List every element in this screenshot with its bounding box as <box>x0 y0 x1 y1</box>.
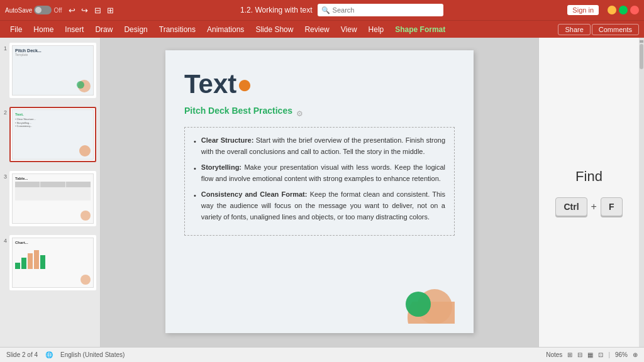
bullet-item-1: • Clear Structure: Start with the brief … <box>194 135 445 157</box>
deco-svg <box>386 277 455 324</box>
menu-view[interactable]: View <box>336 23 362 36</box>
menu-file[interactable]: File <box>5 23 27 36</box>
slide-thumb-3[interactable]: Table... <box>9 171 96 226</box>
title-bar-left: AutoSave Off ↩ ↪ ⊟ ⊞ <box>5 6 116 15</box>
title-bar: AutoSave Off ↩ ↪ ⊟ ⊞ 1.2. Working with t… <box>0 0 644 20</box>
menu-review[interactable]: Review <box>299 23 334 36</box>
autosave-dot <box>35 7 42 13</box>
text-box[interactable]: • Clear Structure: Start with the brief … <box>184 127 455 236</box>
thumb4-circle <box>80 275 91 285</box>
thumb3-circle <box>80 211 91 221</box>
minimize-button[interactable] <box>608 6 616 14</box>
menu-help[interactable]: Help <box>364 23 389 36</box>
doc-title: 1.2. Working with text <box>240 6 313 14</box>
autosave-state: Off <box>53 7 62 14</box>
bullet-dot-2: • <box>194 163 196 184</box>
vertical-scrollbar[interactable] <box>639 38 644 347</box>
maximize-button[interactable] <box>619 6 628 14</box>
thumb4-heading: Chart... <box>15 241 91 244</box>
slide-4-num: 4 <box>4 238 7 244</box>
bullet-dot-1: • <box>194 136 196 157</box>
key-ctrl: Ctrl <box>555 197 587 216</box>
close-button[interactable] <box>630 6 639 14</box>
thumb1-sub: Template <box>15 53 91 57</box>
slide-thumb-2-row: 2 Text. • Clear Structure...• Storytelli… <box>4 107 96 167</box>
svg-point-3 <box>406 292 431 317</box>
zoom-icon[interactable]: ⊕ <box>633 351 638 358</box>
thumb1-title: Pitch Deck... <box>15 48 91 53</box>
view-normal-icon[interactable]: ⊞ <box>567 351 572 358</box>
thumb3-heading: Table... <box>15 177 91 180</box>
find-title: Find <box>575 168 602 185</box>
autosave-toggle[interactable] <box>34 6 52 14</box>
menu-draw[interactable]: Draw <box>90 23 118 36</box>
share-button[interactable]: Share <box>558 24 590 35</box>
thumb2-circle <box>79 145 91 156</box>
bullet-2-bold: Storytelling: <box>201 163 242 171</box>
slide-2-num: 2 <box>4 109 7 116</box>
title-bar-center: 1.2. Working with text 🔍 <box>116 4 567 16</box>
menu-shapeformat[interactable]: Shape Format <box>390 23 450 36</box>
bullet-text-1: Clear Structure: Start with the brief ov… <box>201 135 445 157</box>
canvas-area: Text● Pitch Deck Best Practices ⚙ • Clea… <box>101 38 538 347</box>
main-area: 1 Pitch Deck... Template 2 Text. • Clear… <box>0 38 644 347</box>
view-grid-icon[interactable]: ⊟ <box>577 351 582 358</box>
thumb3-table <box>15 182 91 200</box>
search-input[interactable] <box>333 6 440 14</box>
window-controls <box>608 6 639 14</box>
slide-title-area: Text● <box>184 69 455 99</box>
bullet-dot-3: • <box>194 190 196 222</box>
section-heading-area: Pitch Deck Best Practices ⚙ <box>184 106 455 122</box>
status-right: Notes ⊞ ⊟ ▦ ⊡ | 96% ⊕ <box>546 351 638 358</box>
shortcut-row: Ctrl + F <box>555 197 622 216</box>
slide-title-dot: ● <box>236 69 252 99</box>
menu-design[interactable]: Design <box>119 23 152 36</box>
notes-button[interactable]: Notes <box>546 351 562 358</box>
decorative-circles <box>386 277 448 321</box>
slide-canvas[interactable]: Text● Pitch Deck Best Practices ⚙ • Clea… <box>165 50 474 333</box>
zoom-level: 96% <box>615 351 628 358</box>
view-presenter-icon[interactable]: ⊡ <box>598 351 603 358</box>
slide-thumb-1-row: 1 Pitch Deck... Template <box>4 43 96 103</box>
thumb2-content: • Clear Structure...• Storytelling...• C… <box>15 118 91 128</box>
section-heading: Pitch Deck Best Practices <box>184 106 292 116</box>
toolbar-icons: ↩ ↪ ⊟ ⊞ <box>69 6 116 15</box>
comments-button[interactable]: Comments <box>592 24 639 35</box>
title-bar-right: Sign in <box>567 5 639 15</box>
bullet-text-3: Consistency and Clean Format: Keep the f… <box>201 189 445 222</box>
slide-1-num: 1 <box>4 45 7 52</box>
slide-panel: 1 Pitch Deck... Template 2 Text. • Clear… <box>0 38 101 347</box>
scroll-thumb[interactable] <box>640 44 643 69</box>
menu-bar: File Home Insert Draw Design Transitions… <box>0 20 644 38</box>
bullet-item-3: • Consistency and Clean Format: Keep the… <box>194 189 445 222</box>
menu-insert[interactable]: Insert <box>60 23 89 36</box>
slide-info: Slide 2 of 4 <box>6 351 38 358</box>
status-bar: Slide 2 of 4 🌐 English (United States) N… <box>0 347 644 362</box>
autosave-label: AutoSave <box>5 7 32 14</box>
slide-thumb-2[interactable]: Text. • Clear Structure...• Storytelling… <box>9 107 96 162</box>
slide-thumb-1[interactable]: Pitch Deck... Template <box>9 43 96 98</box>
menu-slideshow[interactable]: Slide Show <box>250 23 298 36</box>
scroll-up-arrow[interactable] <box>640 40 643 43</box>
bullet-1-bold: Clear Structure: <box>201 136 253 144</box>
slide-main-title: Text <box>184 69 236 99</box>
search-bar[interactable]: 🔍 <box>318 4 443 16</box>
separator: | <box>608 351 610 358</box>
slide-thumb-4-row: 4 Chart... <box>4 235 96 295</box>
bullet-item-2: • Storytelling: Make your presentation v… <box>194 162 445 184</box>
thumb1-circle-green <box>77 81 84 89</box>
plus-sign: + <box>591 201 597 212</box>
find-panel: Find Ctrl + F <box>538 38 639 347</box>
bullet-text-2: Storytelling: Make your presentation vis… <box>201 162 445 184</box>
view-reading-icon[interactable]: ▦ <box>587 351 593 358</box>
language-label: English (United States) <box>60 351 125 358</box>
bullet-3-bold: Consistency and Clean Format: <box>201 190 308 198</box>
thumb2-heading: Text. <box>15 112 91 116</box>
slide-thumb-4[interactable]: Chart... <box>9 235 96 290</box>
menu-animations[interactable]: Animations <box>202 23 249 36</box>
menu-transitions[interactable]: Transitions <box>154 23 201 36</box>
signin-button[interactable]: Sign in <box>567 5 599 15</box>
slide-3-num: 3 <box>4 173 7 180</box>
menu-home[interactable]: Home <box>28 23 58 36</box>
autosave-area: AutoSave Off <box>5 6 62 14</box>
